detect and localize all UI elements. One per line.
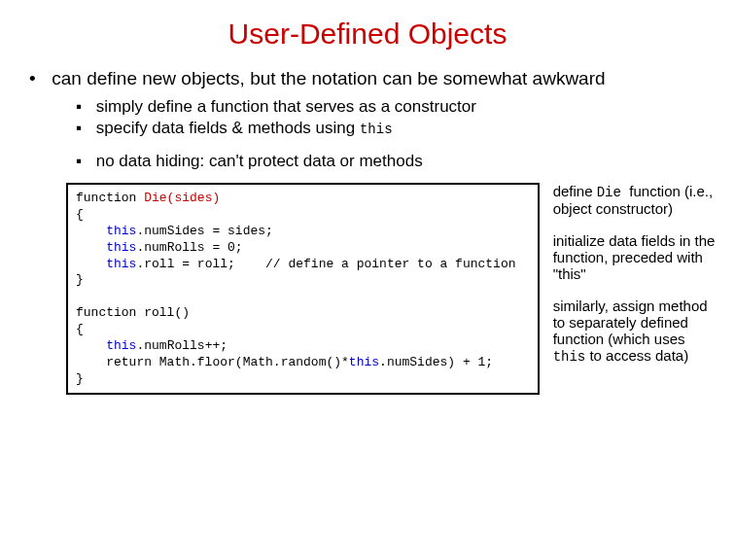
code-l1b: Die(sides) <box>144 191 220 205</box>
content-row: function Die(sides) { this.numSides = si… <box>66 183 716 395</box>
square-bullet-icon: ▪ <box>76 97 91 117</box>
note-3a: similarly, assign method to separately d… <box>553 298 708 347</box>
code-l3c: .numSides = sides; <box>136 224 272 238</box>
sub-bullet-1a-text: simply define a function that serves as … <box>96 97 476 117</box>
code-l6: } <box>76 272 84 287</box>
sub-bullet-1a: ▪ simply define a function that serves a… <box>76 97 716 117</box>
sub-bullet-1b: ▪ specify data fields & methods using th… <box>76 119 716 138</box>
code-l11b: this <box>349 355 379 369</box>
note-1: define Die function (i.e., object constr… <box>553 183 716 217</box>
side-notes: define Die function (i.e., object constr… <box>553 183 716 395</box>
code-box: function Die(sides) { this.numSides = si… <box>66 183 540 395</box>
main-bullet-text: can define new objects, but the notation… <box>52 68 713 89</box>
sub-bullet-2-text: no data hiding: can't protect data or me… <box>96 152 423 171</box>
note-1-code: Die <box>597 185 630 200</box>
code-l8: function roll() <box>76 305 190 320</box>
code-l4b: this <box>106 240 136 255</box>
this-keyword: this <box>360 122 393 137</box>
square-bullet-icon: ▪ <box>76 152 91 171</box>
code-l5a <box>76 257 106 271</box>
code-l11a: return Math.floor(Math.random()* <box>76 355 349 369</box>
code-l9: { <box>76 322 84 336</box>
note-1a: define <box>553 183 597 199</box>
code-l10c: .numRolls++; <box>136 338 228 353</box>
square-bullet-icon: ▪ <box>76 119 91 138</box>
sub-bullet-2: ▪ no data hiding: can't protect data or … <box>76 152 716 171</box>
slide-title: User-Defined Objects <box>19 18 716 51</box>
main-bullet: • can define new objects, but the notati… <box>29 68 716 89</box>
code-l10a <box>76 338 106 353</box>
code-l5b: this <box>106 257 136 271</box>
code-l3b: this <box>106 224 136 238</box>
code-l11c: .numSides) + 1; <box>379 355 493 369</box>
code-l10b: this <box>106 338 136 353</box>
code-l4c: .numRolls = 0; <box>136 240 242 255</box>
note-2: initialize data fields in the function, … <box>553 232 716 282</box>
code-l3a <box>76 224 106 238</box>
code-l4a <box>76 240 106 255</box>
note-3c: to access data) <box>585 347 688 364</box>
sub-bullet-1b-text: specify data fields & methods using this <box>96 119 393 138</box>
bullet-dot: • <box>29 68 47 89</box>
code-l1a: function <box>76 191 144 205</box>
code-l5c: .roll = roll; // define a pointer to a f… <box>136 257 515 271</box>
sub-bullet-1b-pre: specify data fields & methods using <box>96 119 360 137</box>
sub-bullet-list-1: ▪ simply define a function that serves a… <box>76 97 716 171</box>
code-l12: } <box>76 371 84 386</box>
note-3: similarly, assign method to separately d… <box>553 298 716 365</box>
note-3-code: this <box>553 349 586 365</box>
code-l2: { <box>76 207 84 222</box>
